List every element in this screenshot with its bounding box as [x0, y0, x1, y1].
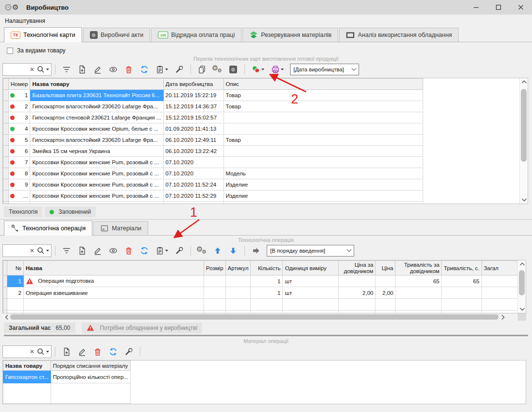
search-input[interactable]: ✕ — [2, 244, 51, 257]
search-icon[interactable] — [36, 65, 51, 74]
copy-button[interactable] — [196, 63, 208, 76]
col-writeoff-order[interactable]: Порядок списання матеріалу — [51, 361, 130, 371]
col-product-name[interactable]: Назва товару — [3, 361, 51, 371]
print-button[interactable] — [269, 63, 286, 76]
filled-status-chip[interactable]: Заповнений — [45, 206, 96, 217]
col-size[interactable]: Розмір — [204, 261, 226, 275]
search-clear-icon[interactable]: ✕ — [28, 348, 36, 355]
edit-button[interactable] — [76, 345, 88, 358]
tech-card-row[interactable]: 4Кроссовки Кроссовки женские Opium, белы… — [3, 123, 423, 135]
sort-combo-tech-cards[interactable]: [Дата виробництва] — [290, 64, 359, 75]
search-clear-icon[interactable]: ✕ — [28, 247, 36, 254]
tab-label: Виробничі акти — [101, 32, 143, 38]
col-ref-duration[interactable]: Тривалість за довідником — [395, 261, 442, 275]
vertical-scrollbar[interactable] — [519, 78, 528, 204]
splitter-handle[interactable] — [4, 335, 528, 336]
vertical-scrollbar[interactable] — [517, 260, 526, 313]
add-button[interactable] — [76, 63, 88, 76]
search-input[interactable]: ✕ — [2, 63, 51, 76]
add-button[interactable] — [60, 345, 73, 358]
col-no[interactable]: № — [7, 261, 24, 275]
equipment-warning-chip[interactable]: Потрібне обладнання у виробництві — [82, 323, 203, 333]
tab-reserve-materials[interactable]: Резервування матеріалів — [242, 28, 338, 42]
tech-card-row[interactable]: ...Кроссовки Кроссовки женские Pum, розо… — [3, 190, 423, 202]
tab-materials[interactable]: Матеріали — [93, 221, 148, 235]
service-button[interactable] — [122, 345, 135, 358]
refresh-button[interactable] — [138, 63, 151, 76]
col-duration[interactable]: Тривалість, с. — [442, 261, 481, 275]
col-article[interactable]: Артикул — [225, 261, 251, 275]
tech-card-row[interactable]: 5Гипсокартон влагостойкий 230620 Lafarge… — [3, 135, 423, 146]
scroll-thumb[interactable] — [10, 314, 498, 320]
tab-piecework-pay[interactable]: 100 Відрядна оплата праці — [151, 28, 241, 42]
scroll-thumb[interactable] — [521, 89, 527, 162]
tab-equipment-analysis[interactable]: Аналіз використання обладнання — [339, 28, 459, 42]
delete-button[interactable] — [122, 63, 135, 76]
tech-card-row[interactable]: 3Гипсокартон стеновой 230621 Lafarge Фра… — [3, 112, 423, 123]
filter-button[interactable] — [60, 63, 73, 76]
tech-card-row[interactable]: 1Базальтовая плита 230631 Технолайт Росс… — [3, 90, 423, 101]
delete-button[interactable] — [91, 345, 104, 358]
menu-settings[interactable]: Налаштування — [0, 16, 50, 26]
search-input[interactable]: ✕ — [2, 345, 51, 358]
col-production-date[interactable]: Дата виробництва — [163, 79, 223, 90]
view-button[interactable] — [107, 63, 120, 76]
col-price[interactable]: Ціна — [376, 261, 395, 275]
scroll-right-icon[interactable] — [498, 313, 506, 321]
add-button[interactable] — [76, 244, 88, 257]
move-up-button[interactable] — [211, 244, 224, 257]
col-ref-price[interactable]: Ціна за довідником — [339, 261, 376, 275]
col-unit[interactable]: Одиниця виміру — [283, 261, 339, 275]
col-name[interactable]: Назва — [24, 261, 204, 275]
col-quantity[interactable]: Кількість — [251, 261, 283, 275]
material-row[interactable]: Гипсокартон ст...Пропорційно кількості о… — [3, 371, 131, 383]
scroll-left-icon[interactable] — [2, 313, 10, 321]
refresh-button[interactable] — [138, 244, 151, 257]
col-product-name[interactable]: Назва товару — [30, 79, 163, 90]
tab-production-acts[interactable]: ⚙ Виробничі акти — [83, 28, 150, 42]
status-filter-button[interactable] — [250, 63, 266, 76]
tech-card-row[interactable]: 7Кроссовки Кроссовки женские Pum, розовы… — [3, 157, 423, 168]
edit-button[interactable] — [91, 244, 104, 257]
report-button[interactable] — [154, 244, 170, 257]
filter-button[interactable] — [60, 244, 73, 257]
operation-row[interactable]: 2Операция взвешивание1шт2,002,00 — [3, 287, 526, 299]
search-icon[interactable] — [36, 347, 51, 356]
search-icon[interactable] — [36, 246, 51, 255]
go-button[interactable] — [250, 244, 262, 257]
scroll-up-icon[interactable] — [520, 78, 528, 86]
view-button[interactable] — [107, 244, 120, 257]
search-clear-icon[interactable]: ✕ — [28, 66, 36, 73]
tech-card-row[interactable]: 2Гипсокартон влагостойкий 230620 Lafarge… — [3, 101, 423, 112]
delete-button[interactable] — [122, 244, 135, 257]
close-button[interactable] — [510, 0, 532, 15]
report-button[interactable] — [154, 63, 170, 76]
minimize-button[interactable] — [465, 0, 487, 15]
process-button[interactable]: ⚙⚙ — [211, 63, 224, 76]
operation-row[interactable]: 1 Операция подготовка1шт6565 — [3, 275, 526, 287]
doc-settings-button[interactable]: ⚙ — [227, 63, 240, 76]
horizontal-scrollbar[interactable] — [2, 313, 526, 321]
scroll-down-icon[interactable] — [520, 196, 528, 204]
process-button[interactable]: ⚙⚙ — [196, 244, 208, 257]
refresh-button[interactable] — [107, 345, 120, 358]
by-product-type-checkbox[interactable] — [7, 48, 13, 54]
maximize-button[interactable] — [487, 0, 510, 15]
scroll-up-icon[interactable] — [518, 260, 526, 268]
edit-button[interactable] — [91, 63, 104, 76]
tab-tech-cards[interactable]: ТК Технологічні карти — [4, 27, 82, 42]
col-description[interactable]: Опис — [223, 79, 423, 90]
technology-chip[interactable]: Технологія — [4, 206, 42, 217]
tech-card-row[interactable]: 9Кроссовки Кроссовки женские Pum, розовы… — [3, 179, 423, 190]
sort-combo-operations[interactable]: [В порядку введення] — [267, 245, 354, 257]
tab-tech-operation[interactable]: Технологічна операція — [4, 221, 92, 236]
scroll-thumb[interactable] — [519, 270, 525, 295]
printer-icon — [271, 65, 280, 74]
service-button[interactable] — [173, 63, 186, 76]
scroll-down-icon[interactable] — [518, 305, 526, 313]
tech-card-row[interactable]: 6Змейка 15 см черная Украина06.10.2020 1… — [3, 146, 423, 157]
move-down-button[interactable] — [227, 244, 240, 257]
tech-card-row[interactable]: 8Кроссовки Кроссовки женские Pum, розовы… — [3, 168, 423, 179]
service-button[interactable] — [173, 244, 186, 257]
col-number[interactable]: Номер — [9, 79, 30, 90]
